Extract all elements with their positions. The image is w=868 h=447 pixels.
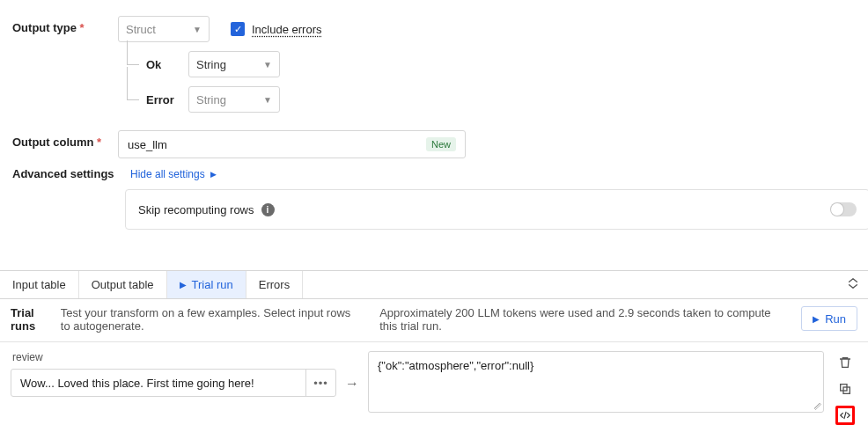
include-errors-label: Include errors	[252, 23, 321, 36]
arrow-right-icon: →	[345, 351, 359, 392]
run-button[interactable]: ▶ Run	[801, 306, 857, 331]
chevron-down-icon: ▼	[263, 60, 272, 70]
output-column-value: use_llm	[128, 138, 167, 151]
hide-settings-link[interactable]: Hide all settings ▶	[130, 168, 217, 180]
skip-recomputing-toggle[interactable]	[830, 202, 857, 216]
info-icon[interactable]: i	[261, 203, 275, 216]
output-type-label: Output type	[12, 16, 118, 34]
trial-result-box[interactable]: {"ok":"atmosphere","error":null}	[368, 351, 824, 413]
error-type-select[interactable]: String ▼	[188, 86, 280, 113]
tab-trial-run-label: Trial run	[192, 278, 233, 291]
ok-field-label: Ok	[146, 58, 188, 71]
output-column-input[interactable]: use_llm New	[118, 130, 466, 158]
skip-recomputing-label: Skip recomputing rows	[138, 203, 254, 216]
run-button-label: Run	[825, 312, 846, 326]
ok-type-select[interactable]: String ▼	[188, 51, 280, 77]
play-icon: ▶	[180, 280, 187, 289]
tabs: Input table Output table ▶ Trial run Err…	[0, 271, 868, 299]
error-field-label: Error	[146, 93, 188, 106]
trial-input-header: review	[11, 351, 336, 363]
trial-input-field[interactable]: Wow... Loved this place. First time goin…	[11, 369, 336, 397]
expand-panel-icon[interactable]	[838, 272, 868, 297]
tab-errors[interactable]: Errors	[246, 271, 303, 298]
new-badge: New	[426, 137, 456, 151]
output-type-select[interactable]: Struct ▼	[118, 16, 210, 42]
skip-recomputing-row: Skip recomputing rows i	[125, 189, 868, 230]
trial-stats: Approximately 200 LLM tokens were used a…	[379, 306, 783, 333]
chevron-down-icon: ▼	[193, 25, 202, 34]
chevron-down-icon: ▼	[263, 95, 272, 105]
tab-trial-run[interactable]: ▶ Trial run	[167, 271, 246, 298]
output-type-value: Struct	[126, 23, 156, 36]
ok-type-value: String	[196, 58, 226, 71]
tab-input-table[interactable]: Input table	[0, 271, 79, 298]
code-icon[interactable]	[835, 406, 855, 425]
tree-connector-icon	[118, 86, 146, 113]
trial-runs-title: Trial runs	[11, 306, 52, 333]
delete-icon[interactable]	[835, 353, 855, 372]
tab-output-table[interactable]: Output table	[79, 271, 167, 298]
trial-input-value: Wow... Loved this place. First time goin…	[11, 377, 305, 390]
tree-connector-icon	[118, 51, 146, 77]
trial-result-value: {"ok":"atmosphere","error":null}	[378, 359, 533, 372]
advanced-settings-label: Advanced settings	[12, 167, 118, 180]
output-column-label: Output column	[12, 130, 118, 149]
include-errors-checkbox[interactable]: ✓	[231, 22, 245, 36]
error-type-value: String	[196, 93, 226, 106]
input-menu-button[interactable]: •••	[305, 370, 335, 396]
trial-runs-desc: Test your transform on a few examples. S…	[61, 306, 362, 333]
copy-icon[interactable]	[835, 379, 855, 399]
chevron-right-icon: ▶	[210, 170, 217, 179]
play-icon: ▶	[813, 314, 820, 324]
hide-settings-text: Hide all settings	[130, 168, 205, 180]
